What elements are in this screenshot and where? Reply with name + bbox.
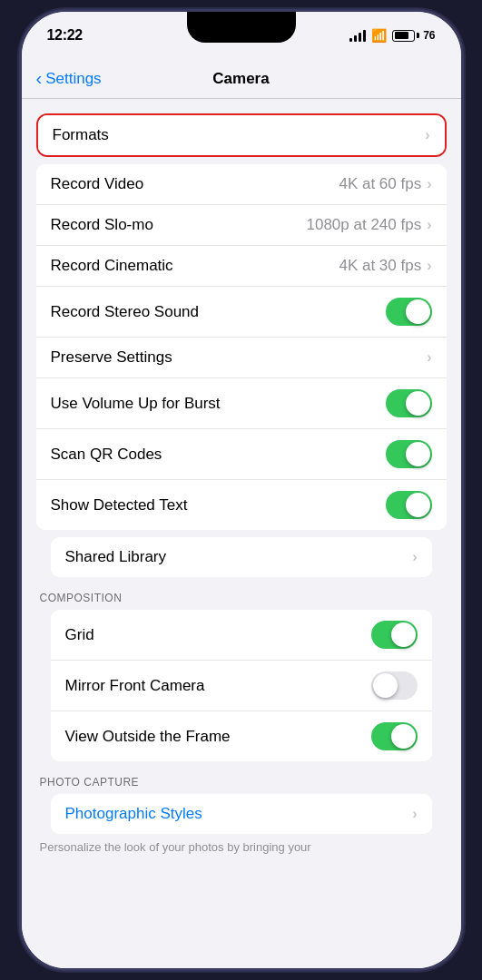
scan-qr-codes-label: Scan QR Codes xyxy=(51,446,386,464)
scan-qr-codes-row[interactable]: Scan QR Codes xyxy=(36,429,447,480)
show-detected-text-row[interactable]: Show Detected Text xyxy=(36,480,447,530)
photographic-styles-row[interactable]: Photographic Styles › xyxy=(51,794,432,834)
use-volume-up-toggle[interactable] xyxy=(386,389,432,417)
record-slo-mo-label: Record Slo-mo xyxy=(51,216,307,234)
view-outside-frame-toggle[interactable] xyxy=(371,722,418,750)
use-volume-up-row[interactable]: Use Volume Up for Burst xyxy=(36,378,447,429)
wifi-icon: 📶 xyxy=(371,28,387,43)
preserve-settings-row[interactable]: Preserve Settings › xyxy=(36,338,447,378)
photo-capture-header: PHOTO CAPTURE xyxy=(22,761,461,794)
formats-row[interactable]: Formats › xyxy=(38,115,445,155)
show-detected-text-toggle[interactable] xyxy=(386,491,432,519)
photographic-styles-description: Personalize the look of your photos by b… xyxy=(22,834,461,856)
photographic-styles-label: Photographic Styles xyxy=(65,805,413,823)
formats-group: Formats › xyxy=(36,113,447,157)
scan-qr-codes-toggle[interactable] xyxy=(386,440,432,468)
record-video-label: Record Video xyxy=(51,175,339,193)
status-icons: 📶 76 xyxy=(349,28,435,43)
video-settings-group: Record Video 4K at 60 fps › Record Slo-m… xyxy=(36,164,447,530)
record-slo-mo-row[interactable]: Record Slo-mo 1080p at 240 fps › xyxy=(36,205,447,246)
view-outside-frame-label: View Outside the Frame xyxy=(65,728,371,746)
grid-toggle[interactable] xyxy=(371,621,418,649)
composition-group: Grid Mirror Front Camera View Outside th… xyxy=(51,610,432,761)
record-slo-mo-value: 1080p at 240 fps xyxy=(307,216,422,234)
record-stereo-sound-row[interactable]: Record Stereo Sound xyxy=(36,287,447,338)
battery-level: 76 xyxy=(423,29,435,42)
mirror-front-camera-row[interactable]: Mirror Front Camera xyxy=(51,661,432,711)
composition-section: COMPOSITION Grid Mirror Front Camera xyxy=(22,577,461,761)
mirror-front-camera-toggle[interactable] xyxy=(371,671,418,700)
phone-frame: 12:22 📶 76 ‹ Settings Camera xyxy=(19,9,464,971)
record-video-row[interactable]: Record Video 4K at 60 fps › xyxy=(36,164,447,205)
battery-icon: 76 xyxy=(392,29,435,42)
content-area: Formats › Record Video 4K at 60 fps › Re… xyxy=(22,99,461,971)
photo-capture-section: PHOTO CAPTURE Photographic Styles › Pers… xyxy=(22,761,461,856)
photo-capture-group-wrapper: Photographic Styles › xyxy=(36,794,447,834)
photo-capture-group: Photographic Styles › xyxy=(51,794,432,834)
status-bar: 12:22 📶 76 xyxy=(22,12,461,59)
record-cinematic-label: Record Cinematic xyxy=(51,257,339,275)
nav-bar: ‹ Settings Camera xyxy=(22,59,461,99)
view-outside-frame-row[interactable]: View Outside the Frame xyxy=(51,711,432,761)
shared-library-chevron-icon: › xyxy=(412,549,417,565)
grid-row[interactable]: Grid xyxy=(51,610,432,661)
signal-icon xyxy=(349,30,366,42)
mirror-front-camera-label: Mirror Front Camera xyxy=(65,677,371,695)
preserve-settings-label: Preserve Settings xyxy=(51,348,428,367)
main-settings-group: Formats › Record Video 4K at 60 fps › Re… xyxy=(36,113,447,530)
chevron-left-icon: ‹ xyxy=(36,68,43,89)
record-cinematic-chevron-icon: › xyxy=(427,258,431,274)
record-slo-mo-chevron-icon: › xyxy=(427,217,431,233)
photographic-styles-chevron-icon: › xyxy=(412,806,417,822)
shared-library-group: Shared Library › xyxy=(51,537,432,577)
record-video-value: 4K at 60 fps xyxy=(339,175,421,193)
record-video-chevron-icon: › xyxy=(427,176,431,192)
page-title: Camera xyxy=(212,70,269,88)
shared-library-row[interactable]: Shared Library › xyxy=(51,537,432,577)
status-time: 12:22 xyxy=(47,27,83,44)
back-label: Settings xyxy=(45,70,101,88)
use-volume-up-label: Use Volume Up for Burst xyxy=(51,395,386,413)
show-detected-text-label: Show Detected Text xyxy=(51,496,386,514)
composition-group-wrapper: Grid Mirror Front Camera View Outside th… xyxy=(36,610,447,761)
composition-header: COMPOSITION xyxy=(22,577,461,610)
shared-library-label: Shared Library xyxy=(65,548,413,566)
formats-chevron-icon: › xyxy=(425,127,429,143)
grid-label: Grid xyxy=(65,626,371,644)
record-stereo-sound-toggle[interactable] xyxy=(386,298,432,326)
formats-label: Formats xyxy=(53,126,426,144)
record-cinematic-row[interactable]: Record Cinematic 4K at 30 fps › xyxy=(36,246,447,287)
record-stereo-sound-label: Record Stereo Sound xyxy=(51,303,386,321)
preserve-settings-chevron-icon: › xyxy=(427,349,431,366)
shared-library-section: Shared Library › xyxy=(36,537,447,577)
back-button[interactable]: ‹ Settings xyxy=(36,68,102,89)
record-cinematic-value: 4K at 30 fps xyxy=(339,257,421,275)
notch xyxy=(187,12,296,43)
